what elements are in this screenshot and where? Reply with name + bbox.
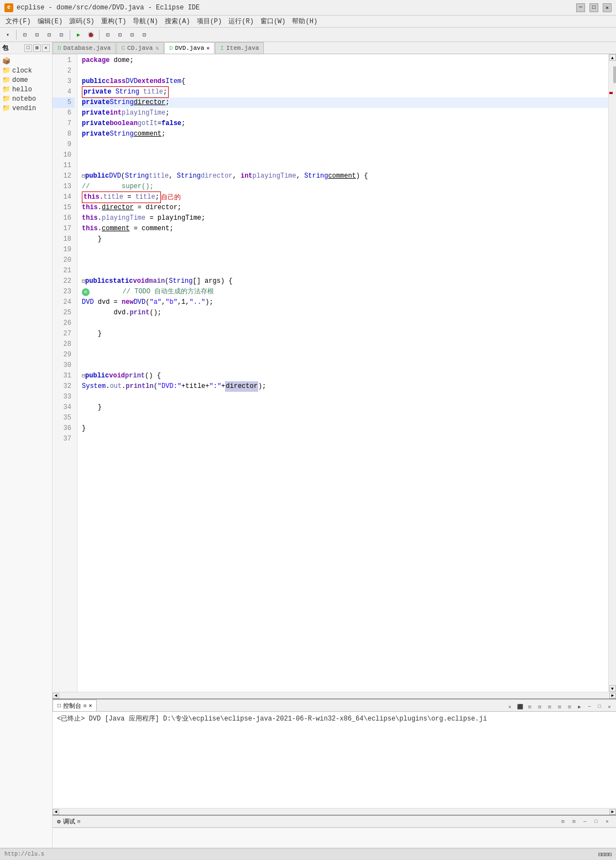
- package-icon-hello: 📁: [2, 85, 11, 94]
- ln-20: 20: [53, 255, 75, 266]
- toolbar-btn-1[interactable]: ▾: [2, 29, 13, 40]
- sidebar-item-clock[interactable]: 📁 clock: [0, 66, 52, 75]
- console-btn-8[interactable]: ▶: [575, 702, 584, 711]
- tab-label-cd: CD.java: [127, 45, 153, 51]
- menu-item-导航(N)[interactable]: 导航(N): [129, 15, 161, 27]
- console-tab-close[interactable]: ✕: [88, 702, 92, 709]
- title-bar-controls: ─ □ ✕: [576, 3, 612, 12]
- sidebar-item-dome[interactable]: 📁 dome: [0, 75, 52, 85]
- toolbar-btn-3[interactable]: ⊡: [32, 29, 43, 40]
- toolbar-btn-4[interactable]: ⊡: [44, 29, 55, 40]
- menu-item-项目(P)[interactable]: 项目(P): [194, 15, 226, 27]
- console-btn-7[interactable]: ⊡: [565, 702, 574, 711]
- console-hscroll[interactable]: ◀ ▶: [53, 808, 616, 815]
- tab-dvd[interactable]: D DVD.java ✕: [164, 42, 215, 54]
- toolbar-btn-5[interactable]: ⊡: [56, 29, 67, 40]
- ln-7: 7: [53, 118, 75, 129]
- sidebar-close-btn[interactable]: ✕: [42, 44, 50, 52]
- toolbar-sep-2: [70, 30, 70, 40]
- tab-item[interactable]: I Item.java: [215, 42, 264, 54]
- tab-console[interactable]: □ 控制台 ⊠ ✕: [53, 700, 97, 711]
- minimize-button[interactable]: ─: [576, 3, 585, 12]
- console-btn-3[interactable]: ⊡: [525, 702, 534, 711]
- scroll-thumb[interactable]: [613, 66, 617, 83]
- sidebar-label-clock: clock: [12, 67, 32, 75]
- code-line-15: this.director = director;: [82, 203, 608, 213]
- sidebar-collapse-btn[interactable]: □: [24, 44, 32, 52]
- hscroll-right[interactable]: ▶: [609, 693, 616, 698]
- status-text: http://clu.s: [4, 851, 44, 857]
- menu-item-窗口(W)[interactable]: 窗口(W): [257, 15, 289, 27]
- menu-item-编辑(E)[interactable]: 编辑(E): [34, 15, 66, 27]
- ln-25: 25: [53, 308, 75, 318]
- scroll-down-btn[interactable]: ▼: [609, 685, 616, 692]
- code-line-26: [82, 318, 608, 329]
- hscroll-left[interactable]: ◀: [53, 693, 59, 698]
- scroll-up-btn[interactable]: ▲: [609, 54, 616, 61]
- close-button[interactable]: ✕: [603, 3, 612, 12]
- ln-13: 13: [53, 182, 75, 192]
- toolbar-btn-6[interactable]: ⊡: [102, 29, 113, 40]
- tab-cd[interactable]: C CD.java ✎: [116, 42, 163, 54]
- console-stop-btn[interactable]: ⬛: [515, 702, 524, 711]
- sidebar-item-notebook[interactable]: 📁 notebo: [0, 94, 52, 103]
- code-line-18: }: [82, 234, 608, 245]
- menu-item-搜索(A)[interactable]: 搜索(A): [161, 15, 194, 27]
- console-minimize[interactable]: ─: [585, 702, 594, 711]
- menu-item-运行(R)[interactable]: 运行(R): [225, 15, 257, 27]
- app-icon: e: [4, 3, 13, 12]
- code-line-17: this.comment = comment;: [82, 224, 608, 234]
- code-line-32: System.out.println("DVD:"+title+":"+dire…: [82, 381, 608, 392]
- debug-close[interactable]: ✕: [603, 817, 612, 826]
- debug-minimize[interactable]: ─: [581, 817, 589, 826]
- ln-21: 21: [53, 266, 75, 276]
- maximize-button[interactable]: □: [589, 3, 598, 12]
- tab-database[interactable]: D Database.java: [53, 42, 116, 54]
- code-line-30: [82, 360, 608, 371]
- horiz-scroll[interactable]: ◀ ▶: [53, 692, 616, 698]
- console-btn-5[interactable]: ⊡: [545, 702, 554, 711]
- console-hscroll-left[interactable]: ◀: [53, 809, 59, 815]
- menu-item-重构(T)[interactable]: 重构(T): [98, 15, 130, 27]
- code-line-5: private String director;: [82, 97, 608, 108]
- debug-btn-2[interactable]: ⊡: [570, 817, 578, 826]
- console-btn-4[interactable]: ⊡: [535, 702, 544, 711]
- tab-close-dvd[interactable]: ✕: [206, 45, 210, 51]
- console-close[interactable]: ✕: [605, 702, 614, 711]
- code-editor[interactable]: 1 2 3 4 5 6 7 8 9 10 11 12 13 14 15 16 1…: [53, 54, 616, 692]
- code-line-33: [82, 392, 608, 402]
- console-maximize[interactable]: □: [595, 702, 604, 711]
- debug-button[interactable]: 🐞: [85, 29, 96, 40]
- sidebar-label-notebook: notebo: [12, 95, 36, 103]
- code-line-14: this.title = title; 自己的: [82, 192, 608, 203]
- code-line-37: [82, 434, 608, 444]
- package-icon-dome: 📁: [2, 76, 11, 84]
- toolbar: ▾ ⊡ ⊡ ⊡ ⊡ ▶ 🐞 ⊡ ⊡ ⊡ ⊡: [0, 28, 616, 42]
- code-line-13: // super();: [82, 182, 608, 192]
- menu-item-源码(S)[interactable]: 源码(S): [66, 15, 98, 27]
- console-hscroll-right[interactable]: ▶: [609, 809, 616, 815]
- menu-item-帮助(H)[interactable]: 帮助(H): [289, 15, 321, 27]
- menu-item-文件(F)[interactable]: 文件(F): [2, 15, 34, 27]
- code-content[interactable]: package dome; public class DVD extends I…: [77, 54, 608, 692]
- code-line-11: [82, 160, 608, 171]
- sidebar-item-root[interactable]: 📦: [0, 56, 52, 66]
- debug-maximize[interactable]: □: [592, 817, 601, 826]
- ln-8: 8: [53, 129, 75, 139]
- ln-33: 33: [53, 392, 75, 402]
- run-button[interactable]: ▶: [73, 29, 84, 40]
- sidebar-settings-btn[interactable]: ⊡: [33, 44, 41, 52]
- console-text: <已终止> DVD [Java 应用程序] D:\专业\ecplise\ecli…: [57, 715, 487, 723]
- sidebar-item-vending[interactable]: 📁 vendin: [0, 103, 52, 113]
- console-btn-6[interactable]: ⊡: [555, 702, 564, 711]
- toolbar-btn-9[interactable]: ⊡: [139, 29, 150, 40]
- title-bar-text: ecplise - dome/src/dome/DVD.java - Eclip…: [17, 4, 576, 12]
- toolbar-btn-8[interactable]: ⊡: [127, 29, 138, 40]
- sidebar-item-hello[interactable]: 📁 hello: [0, 85, 52, 94]
- toolbar-btn-2[interactable]: ⊡: [19, 29, 30, 40]
- editor-scrollbar[interactable]: ▲ ▼: [608, 54, 616, 692]
- console-clear-btn[interactable]: ✕: [505, 702, 514, 711]
- ln-26: 26: [53, 318, 75, 329]
- toolbar-btn-7[interactable]: ⊡: [114, 29, 126, 40]
- debug-btn-1[interactable]: ⊡: [558, 817, 567, 826]
